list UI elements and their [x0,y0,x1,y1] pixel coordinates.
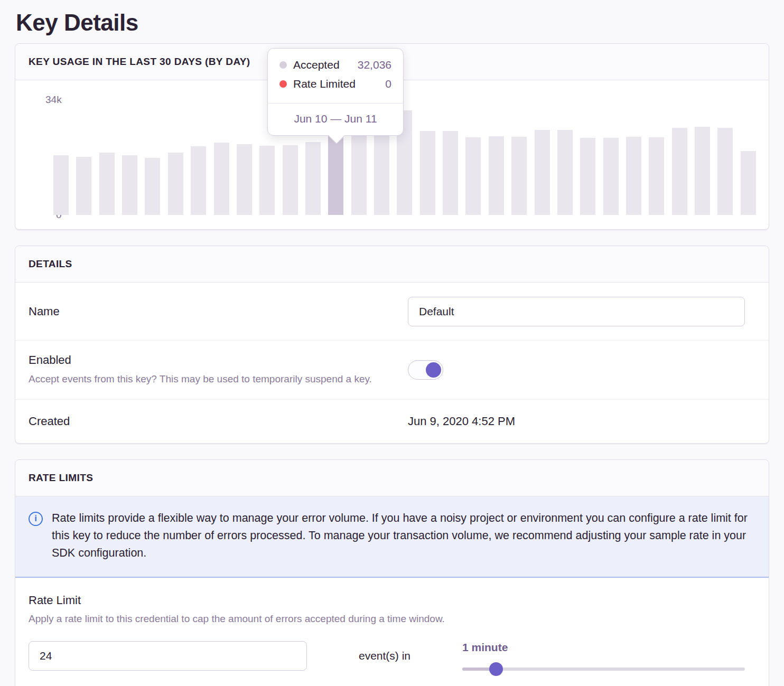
enabled-row-control [408,360,755,380]
rate-limit-controls: event(s) in 1 minute [29,641,755,671]
usage-bar[interactable] [168,153,183,215]
rate-window-slider[interactable] [462,668,745,671]
usage-bars [53,97,756,215]
tooltip-rows: Accepted 32,036 Rate Limited 0 [268,49,403,103]
rate-limit-field: Rate Limit Apply a rate limit to this cr… [15,578,769,686]
name-row-control [408,297,755,326]
usage-bar[interactable] [626,137,641,215]
rate-limit-count-input[interactable] [29,641,307,671]
usage-bar[interactable] [122,155,137,215]
rate-limits-info-text: Rate limits provide a flexible way to ma… [52,510,755,562]
usage-bar[interactable] [283,145,298,215]
chart-tooltip: Accepted 32,036 Rate Limited 0 Jun 10 — … [267,48,404,136]
rate-limit-help-text: Apply a rate limit to this credential to… [29,613,755,625]
usage-bar[interactable] [603,138,619,215]
usage-bar[interactable] [649,137,664,215]
rate-window-slider-thumb[interactable] [489,662,503,676]
enabled-toggle[interactable] [408,360,443,380]
usage-bar[interactable] [53,155,69,215]
usage-bar[interactable] [465,137,481,215]
created-label: Created [29,415,392,428]
usage-bar[interactable] [443,131,458,215]
usage-bar[interactable] [259,146,275,215]
rate-limit-label: Rate Limit [29,594,755,607]
rate-window-slider-group: 1 minute [462,641,755,671]
page-title: Key Details [15,0,769,43]
usage-bar[interactable] [489,136,504,215]
usage-bar[interactable] [741,151,756,215]
usage-bar[interactable] [580,138,595,215]
name-label: Name [29,305,392,318]
usage-bar[interactable] [374,130,389,215]
tooltip-rate-limited-label: Rate Limited [293,78,356,90]
created-row: Created Jun 9, 2020 4:52 PM [15,400,769,443]
tooltip-accepted-label: Accepted [293,59,340,71]
usage-bar[interactable] [191,146,206,215]
accepted-dot-icon [279,61,287,69]
usage-bar[interactable] [328,133,343,215]
tooltip-row-rate-limited: Rate Limited 0 [279,78,391,90]
enabled-label: Enabled [29,353,392,367]
tooltip-rate-limited-value: 0 [385,78,391,90]
created-value: Jun 9, 2020 4:52 PM [408,415,515,428]
rate-limits-panel: RATE LIMITS i Rate limits provide a flex… [15,459,769,686]
created-row-left: Created [29,415,408,428]
usage-panel: KEY USAGE IN THE LAST 30 DAYS (BY DAY) 3… [15,43,769,230]
usage-bar[interactable] [672,128,687,215]
enabled-toggle-knob [426,362,441,378]
rate-limit-units-text: event(s) in [307,650,462,662]
name-row: Name [15,283,769,341]
enabled-row-left: Enabled Accept events from this key? Thi… [29,353,408,387]
details-panel: DETAILS Name Enabled Accept events from … [15,246,769,444]
usage-bar[interactable] [76,157,91,215]
tooltip-accepted-value: 32,036 [358,59,391,71]
details-panel-header: DETAILS [15,246,769,283]
name-input[interactable] [408,297,745,326]
usage-bar[interactable] [557,130,573,215]
key-details-page: Key Details KEY USAGE IN THE LAST 30 DAY… [0,0,784,686]
tooltip-row-accepted: Accepted 32,036 [279,59,391,71]
usage-bar[interactable] [99,153,115,215]
usage-bar[interactable] [214,143,229,215]
rate-limited-dot-icon [279,80,287,88]
enabled-row: Enabled Accept events from this key? Thi… [15,341,769,400]
usage-bar[interactable] [351,130,367,215]
usage-bar[interactable] [511,137,527,215]
usage-bar[interactable] [535,130,550,215]
usage-bar[interactable] [145,158,160,215]
created-row-control: Jun 9, 2020 4:52 PM [408,415,755,428]
info-icon: i [29,512,43,526]
rate-limits-panel-header: RATE LIMITS [15,460,769,496]
usage-bar[interactable] [237,144,252,215]
name-row-left: Name [29,305,408,318]
rate-limits-info-alert: i Rate limits provide a flexible way to … [15,496,769,578]
rate-window-label: 1 minute [462,641,745,654]
usage-bar[interactable] [695,127,710,215]
usage-bar[interactable] [305,142,321,215]
enabled-help-text: Accept events from this key? This may be… [29,372,392,387]
usage-bar[interactable] [717,128,733,215]
usage-bar[interactable] [420,131,435,215]
